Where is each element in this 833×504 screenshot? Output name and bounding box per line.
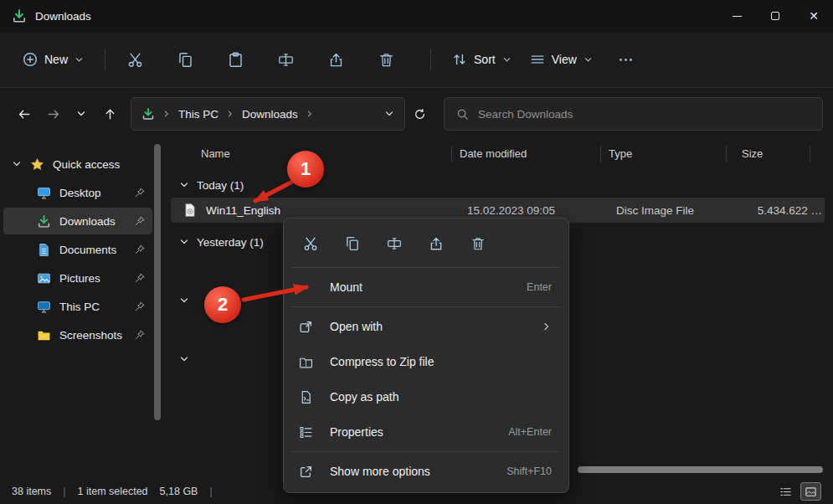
trash-icon (470, 236, 486, 251)
group-label: Today (1) (197, 179, 244, 192)
menu-item-label: Compress to Zip file (330, 355, 552, 368)
menu-item-compress-to-zip[interactable]: Compress to Zip file (284, 344, 568, 379)
sidebar-item-this-pc[interactable]: This PC (3, 293, 152, 320)
copy-button[interactable] (337, 230, 368, 257)
recent-locations-button[interactable] (67, 100, 95, 128)
horizontal-scrollbar[interactable] (578, 466, 823, 473)
search-box (444, 97, 823, 131)
delete-button[interactable] (368, 44, 404, 75)
view-button[interactable]: View (521, 44, 602, 75)
maximize-button[interactable] (756, 0, 794, 32)
search-icon (456, 108, 469, 121)
toolbar-divider (105, 49, 105, 70)
chevron-down-icon (179, 296, 189, 306)
chevron-down-icon (179, 354, 189, 364)
sidebar-item-quick-access[interactable]: Quick access (3, 151, 152, 177)
document-icon (37, 243, 51, 257)
minimize-icon (733, 16, 742, 17)
sidebar-item-documents[interactable]: Documents (3, 236, 152, 263)
sidebar-item-label: Documents (59, 244, 116, 256)
plus-circle-icon (23, 52, 38, 67)
refresh-icon (414, 108, 426, 121)
sidebar-item-desktop[interactable]: Desktop (3, 179, 152, 206)
sort-button[interactable]: Sort (443, 44, 521, 75)
menu-item-label: Properties (330, 425, 508, 439)
chevron-down-icon (12, 159, 22, 169)
share-button[interactable] (318, 44, 353, 75)
sidebar-scrollbar[interactable] (154, 144, 161, 420)
annotation-step-2: 2 (204, 286, 241, 323)
sidebar-item-downloads[interactable]: Downloads (3, 208, 152, 234)
file-name: Win11_English (206, 204, 467, 217)
column-headers: Name Date modified Type Size (167, 139, 833, 169)
close-icon: ✕ (809, 9, 819, 23)
column-header-type[interactable]: Type (601, 146, 727, 162)
menu-item-label: Mount (330, 280, 527, 294)
new-button-label: New (44, 53, 68, 66)
selection-count: 1 item selected (78, 486, 148, 497)
sidebar-item-label: Screenshots (59, 329, 122, 342)
menu-item-properties[interactable]: Properties Alt+Enter (284, 414, 568, 450)
rename-button[interactable] (268, 44, 303, 75)
paste-button[interactable] (218, 44, 253, 75)
address-dropdown-icon[interactable] (384, 109, 394, 119)
close-button[interactable]: ✕ (794, 0, 833, 32)
computer-icon (37, 300, 51, 314)
address-bar[interactable]: This PC Downloads (131, 97, 405, 131)
sidebar-item-label: Pictures (59, 272, 100, 285)
annotation-step-1: 1 (287, 151, 324, 188)
chevron-down-icon (584, 55, 593, 64)
minimize-button[interactable] (717, 0, 756, 32)
share-button[interactable] (421, 230, 451, 257)
search-input[interactable] (478, 108, 810, 121)
column-header-date-modified[interactable]: Date modified (452, 146, 601, 162)
menu-item-copy-as-path[interactable]: Copy as path (284, 379, 568, 414)
scissors-icon (127, 52, 143, 68)
group-header-today[interactable]: Today (1) (167, 172, 833, 198)
share-icon (429, 236, 444, 251)
sidebar-item-pictures[interactable]: Pictures (3, 265, 152, 291)
status-divider: | (63, 486, 65, 497)
zip-folder-icon (299, 355, 313, 369)
chevron-down-icon (502, 55, 512, 64)
file-date-modified: 15.02.2023 09:05 (467, 204, 616, 217)
copy-button[interactable] (167, 44, 203, 75)
up-arrow-icon (104, 108, 116, 121)
toolbar-divider (430, 49, 431, 70)
menu-item-open-with[interactable]: Open with (284, 309, 568, 344)
share-icon (328, 52, 344, 68)
menu-item-mount[interactable]: Mount Enter (284, 270, 568, 305)
up-button[interactable] (95, 100, 124, 128)
status-divider: | (209, 486, 212, 497)
forward-button[interactable] (39, 100, 67, 128)
breadcrumb-downloads[interactable]: Downloads (242, 108, 298, 121)
menu-item-show-more-options[interactable]: Show more options Shift+F10 (284, 454, 568, 489)
refresh-button[interactable] (405, 100, 434, 128)
menu-shortcut: Alt+Enter (508, 426, 552, 438)
menu-item-label: Copy as path (330, 390, 552, 404)
pin-icon (134, 272, 146, 284)
cut-button[interactable] (296, 230, 326, 257)
breadcrumb-this-pc[interactable]: This PC (178, 108, 219, 121)
sidebar-item-screenshots[interactable]: Screenshots (3, 321, 152, 348)
thumbnail-view-icon (805, 486, 817, 498)
new-button[interactable]: New (13, 44, 93, 75)
details-view-button[interactable] (775, 482, 796, 501)
more-options-button[interactable] (609, 44, 644, 75)
cut-button[interactable] (117, 44, 152, 75)
delete-button[interactable] (463, 230, 493, 257)
back-button[interactable] (10, 100, 39, 128)
column-header-size[interactable]: Size (727, 146, 810, 162)
chevron-down-icon (76, 109, 86, 119)
file-type: Disc Image File (616, 204, 742, 217)
copy-path-icon (299, 390, 313, 404)
chevron-right-icon (306, 110, 314, 118)
menu-shortcut: Shift+F10 (506, 465, 552, 477)
forward-arrow-icon (47, 108, 59, 121)
thumbnail-view-button[interactable] (800, 482, 821, 501)
desktop-icon (37, 186, 51, 200)
sort-button-label: Sort (474, 53, 496, 66)
rename-button[interactable] (379, 230, 409, 257)
scissors-icon (303, 236, 318, 251)
chevron-right-icon (226, 110, 234, 118)
